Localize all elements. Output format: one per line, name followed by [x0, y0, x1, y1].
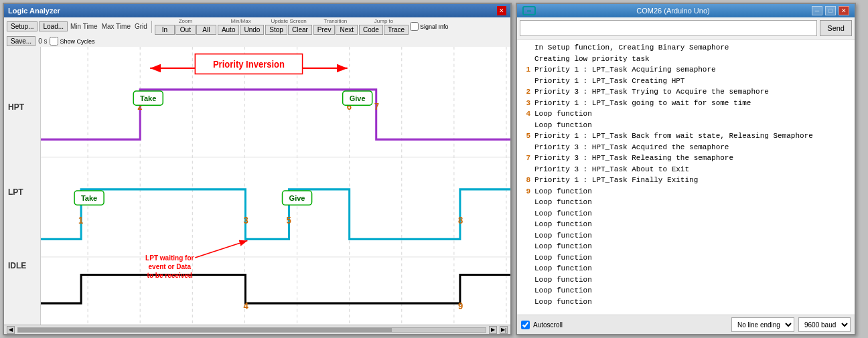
save-button[interactable]: Save...	[7, 36, 35, 46]
arduino-logo: ∞	[522, 6, 536, 15]
marker-9: 9	[458, 301, 463, 311]
line-text: Priority 3 : HPT_Task About to Exit	[534, 164, 689, 175]
setup-button[interactable]: Setup...	[7, 21, 38, 31]
marker-8: 8	[458, 216, 463, 226]
give-hpt-label: Give	[350, 94, 366, 102]
serial-monitor-window: ∞ COM26 (Arduino Uno) ─ □ ✕ Send In Setu…	[516, 3, 856, 335]
line-text: Loop function	[534, 197, 592, 208]
hpt-label-spacer: HPT	[4, 48, 40, 145]
prev-button[interactable]: Prev	[313, 25, 336, 35]
next-button[interactable]: Next	[336, 25, 358, 35]
code-button[interactable]: Code	[359, 25, 383, 35]
scroll-end-button[interactable]: ▶|	[500, 326, 508, 334]
serial-line: 7Priority 3 : HPT_Task Releasing the sem…	[520, 153, 852, 164]
hpt-label: HPT	[4, 48, 40, 145]
trace-button[interactable]: Trace	[384, 25, 409, 35]
waveform-svg: 1 2 3 4 5 6 7 8 9 Take	[41, 47, 510, 325]
show-cycles-label: Show Cycles	[60, 38, 94, 45]
signal-info-label: Signal Info	[420, 23, 449, 30]
close-button[interactable]: ✕	[839, 6, 849, 15]
signal-info-checkbox[interactable]	[410, 22, 419, 31]
serial-line: In Setup function, Creating Binary Semap…	[520, 42, 852, 54]
give-lpt-label: Give	[289, 194, 305, 202]
serial-line: 5Priority 1 : LPT_Task Back from wait st…	[520, 131, 852, 142]
zoom-in-button[interactable]: In	[155, 25, 175, 35]
marker-1: 1	[78, 216, 84, 226]
line-text: Loop function	[534, 263, 592, 274]
serial-line: Loop function	[520, 230, 852, 242]
scroll-track[interactable]	[17, 327, 486, 333]
line-number: 5	[520, 131, 530, 142]
clear-button[interactable]: Clear	[288, 25, 312, 35]
min-time-label: Min Time	[70, 23, 98, 30]
zoom-all-button[interactable]: All	[196, 25, 216, 35]
signal-info-checkbox-label[interactable]: Signal Info	[410, 22, 449, 31]
lpt-label-spacer: LPT	[4, 145, 40, 239]
logic-analyzer-title: Logic Analyzer	[8, 7, 60, 15]
line-text: Loop function	[534, 208, 592, 220]
serial-line: Loop function	[520, 263, 852, 274]
auto-button[interactable]: Auto	[218, 25, 240, 35]
line-text: Priority 1 : LPT_Task going to wait for …	[534, 98, 751, 109]
lpt-waiting-label: LPT waiting for	[145, 254, 194, 262]
serial-output: In Setup function, Creating Binary Semap…	[517, 39, 855, 315]
autoscroll-label[interactable]: Autoscroll	[521, 321, 563, 329]
line-number: 7	[520, 153, 530, 164]
line-number	[520, 54, 530, 65]
send-button[interactable]: Send	[820, 20, 852, 36]
line-number: 3	[520, 98, 530, 109]
line-text: Loop function	[534, 285, 592, 297]
line-text: Priority 3 : HPT_Task Trying to Acquire …	[534, 86, 769, 98]
scroll-right-button[interactable]: ▶	[489, 326, 497, 334]
serial-monitor-titlebar: ∞ COM26 (Arduino Uno) ─ □ ✕	[517, 4, 855, 17]
line-text: Loop function	[534, 241, 592, 252]
baud-rate-select[interactable]: 9600 baud	[798, 317, 851, 332]
zoom-out-button[interactable]: Out	[175, 25, 196, 35]
autoscroll-checkbox[interactable]	[521, 321, 530, 329]
maximize-button[interactable]: □	[825, 6, 836, 15]
load-button[interactable]: Load...	[39, 21, 68, 31]
minimize-button[interactable]: ─	[812, 6, 822, 15]
logic-analyzer-window: Logic Analyzer ✕ Setup... Load... Min Ti…	[3, 3, 512, 335]
zoom-label: Zoom	[179, 18, 192, 24]
line-number: 1	[520, 64, 530, 76]
scroll-left-button[interactable]: ◀	[7, 326, 15, 334]
line-number	[520, 76, 530, 87]
serial-line: Loop function	[520, 297, 852, 308]
serial-line: 8Priority 1 : LPT_Task Finally Exiting	[520, 175, 852, 186]
serial-line: 1Priority 1 : LPT_Task Acquiring semapho…	[520, 64, 852, 76]
jump-to-section: Jump to Code Trace	[359, 18, 409, 35]
line-number	[520, 208, 530, 220]
line-text: Priority 3 : HPT_Task Releasing the sema…	[534, 153, 733, 164]
serial-line: Loop function	[520, 197, 852, 208]
marker-7: 7	[374, 101, 379, 111]
stop-button[interactable]: Stop	[265, 25, 287, 35]
take-hpt-label: Take	[140, 94, 156, 102]
line-number	[520, 263, 530, 274]
serial-input[interactable]	[520, 20, 817, 36]
line-number	[520, 274, 530, 286]
undo-button[interactable]: Undo	[240, 25, 264, 35]
logic-analyzer-close-button[interactable]: ✕	[497, 6, 506, 15]
line-text: In Setup function, Creating Binary Semap…	[534, 42, 729, 54]
serial-line: 2Priority 3 : HPT_Task Trying to Acquire…	[520, 86, 852, 98]
line-ending-select[interactable]: No line ending	[731, 317, 794, 332]
grid-label: Grid	[135, 23, 147, 30]
logic-analyzer-titlebar: Logic Analyzer ✕	[4, 4, 510, 17]
serial-line: 3Priority 1 : LPT_Task going to wait for…	[520, 98, 852, 109]
line-number	[520, 219, 530, 230]
show-cycles-checkbox[interactable]	[50, 37, 58, 46]
line-number: 4	[520, 108, 530, 120]
transition-label: Transition	[323, 18, 347, 24]
idle-label-spacer: IDLE	[4, 239, 40, 292]
transition-section: Transition Prev Next	[313, 18, 358, 35]
autoscroll-text: Autoscroll	[533, 321, 563, 329]
line-number	[520, 252, 530, 264]
sm-titlebar-left: ∞	[522, 6, 536, 15]
line-number	[520, 120, 530, 131]
waveform-main: HPT LPT IDLE	[4, 47, 510, 325]
scroll-thumb[interactable]	[18, 328, 392, 332]
line-text: Loop function	[534, 219, 592, 230]
show-cycles-checkbox-label[interactable]: Show Cycles	[50, 37, 94, 46]
la-scrollbar[interactable]: ◀ ▶ ▶|	[4, 325, 510, 334]
